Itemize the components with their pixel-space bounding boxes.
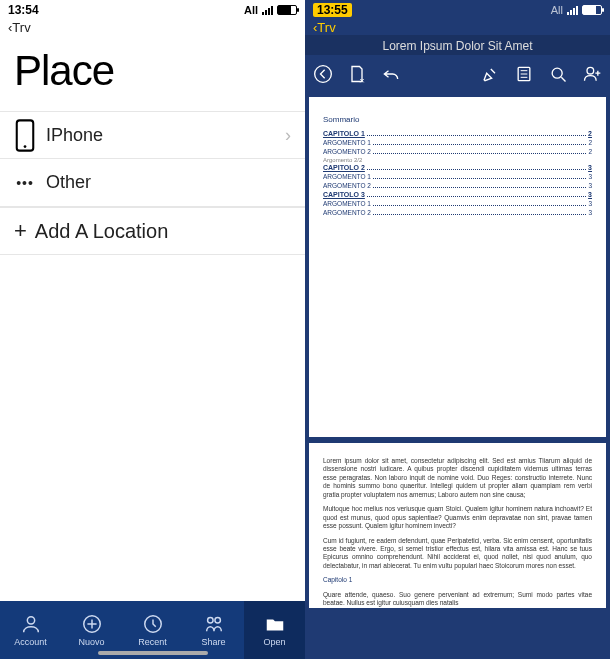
- undo-icon[interactable]: [381, 64, 401, 84]
- status-time: 13:55: [313, 3, 352, 17]
- new-icon: [81, 613, 103, 635]
- body-paragraph: Multoque hoc melius nos veriusque quam S…: [323, 505, 592, 530]
- status-time: 13:54: [8, 3, 39, 17]
- location-iphone[interactable]: IPhone ›: [0, 111, 305, 159]
- add-label: Add A Location: [35, 220, 168, 243]
- toc-entry[interactable]: CAPITOLO 33: [323, 191, 592, 199]
- chevron-right-icon: ›: [285, 125, 291, 146]
- battery-icon: [277, 5, 297, 15]
- toc-entry[interactable]: CAPITOLO 23: [323, 164, 592, 172]
- svg-point-7: [315, 66, 332, 83]
- toc-entry[interactable]: ARGOMENTO 23: [323, 209, 592, 217]
- signal-icon: [262, 6, 273, 15]
- status-bar: 13:54 All: [0, 0, 305, 20]
- left-pane: 13:54 All ‹Trv Place IPhone › ••• Other …: [0, 0, 305, 659]
- toc-entry[interactable]: ARGOMENTO 12: [323, 139, 592, 147]
- plus-icon: +: [14, 218, 27, 244]
- svg-point-5: [207, 618, 213, 624]
- status-net: All: [551, 4, 563, 16]
- location-other[interactable]: ••• Other: [0, 159, 305, 207]
- toc-list: CAPITOLO 12ARGOMENTO 12ARGOMENTO 22Argom…: [323, 130, 592, 217]
- toc-entry[interactable]: CAPITOLO 12: [323, 130, 592, 138]
- toc-entry[interactable]: ARGOMENTO 13: [323, 200, 592, 208]
- chapter-heading: Capitolo 1: [323, 576, 592, 584]
- recent-icon: [142, 613, 164, 635]
- body-paragraph: Lorem ipsum dolor sit amet, consectetur …: [323, 457, 592, 499]
- tab-account[interactable]: Account: [0, 601, 61, 659]
- add-location-button[interactable]: + Add A Location: [0, 207, 305, 255]
- file-add-icon[interactable]: [347, 64, 367, 84]
- pen-format-icon[interactable]: [480, 64, 500, 84]
- home-indicator[interactable]: [98, 651, 208, 655]
- toc-entry[interactable]: ARGOMENTO 13: [323, 173, 592, 181]
- toc-entry[interactable]: Argomento 2/2: [323, 157, 592, 163]
- toolbar: [305, 55, 610, 93]
- doc-title: Lorem Ipsum Dolor Sit Amet: [305, 35, 610, 55]
- tab-open[interactable]: Open: [244, 601, 305, 659]
- battery-icon: [582, 5, 602, 15]
- dots-icon: •••: [14, 175, 36, 191]
- toc-heading: Sommario: [323, 115, 592, 124]
- right-pane: 13:55 All ‹Trv Lorem Ipsum Dolor Sit Ame…: [305, 0, 610, 659]
- search-icon[interactable]: [548, 64, 568, 84]
- status-right: All: [551, 4, 602, 16]
- body-paragraph: Quare attende, quaeso. Suo genere perven…: [323, 591, 592, 608]
- status-bar: 13:55 All: [305, 0, 610, 20]
- back-button[interactable]: ‹Trv: [0, 20, 305, 35]
- toc-entry[interactable]: ARGOMENTO 23: [323, 182, 592, 190]
- signal-icon: [567, 6, 578, 15]
- share-icon: [203, 613, 225, 635]
- body-paragraph: Cum id fugiunt, re eadem defendunt, quae…: [323, 537, 592, 571]
- row-label: Other: [46, 172, 91, 193]
- document-page-2[interactable]: Lorem ipsum dolor sit amet, consectetur …: [309, 443, 606, 608]
- reading-icon[interactable]: [514, 64, 534, 84]
- svg-point-9: [552, 68, 562, 78]
- add-person-icon[interactable]: [582, 64, 602, 84]
- document-page-1[interactable]: Sommario CAPITOLO 12ARGOMENTO 12ARGOMENT…: [309, 97, 606, 437]
- status-right: All: [244, 4, 297, 16]
- svg-point-10: [587, 67, 594, 74]
- svg-point-2: [27, 617, 34, 624]
- svg-point-1: [24, 145, 27, 148]
- svg-point-6: [214, 618, 220, 624]
- folder-icon: [264, 613, 286, 635]
- back-circle-icon[interactable]: [313, 64, 333, 84]
- phone-icon: [14, 119, 36, 152]
- status-net: All: [244, 4, 258, 16]
- back-button[interactable]: ‹Trv: [305, 20, 610, 35]
- account-icon: [20, 613, 42, 635]
- page-title: Place: [0, 35, 305, 111]
- row-label: IPhone: [46, 125, 103, 146]
- toc-entry[interactable]: ARGOMENTO 22: [323, 148, 592, 156]
